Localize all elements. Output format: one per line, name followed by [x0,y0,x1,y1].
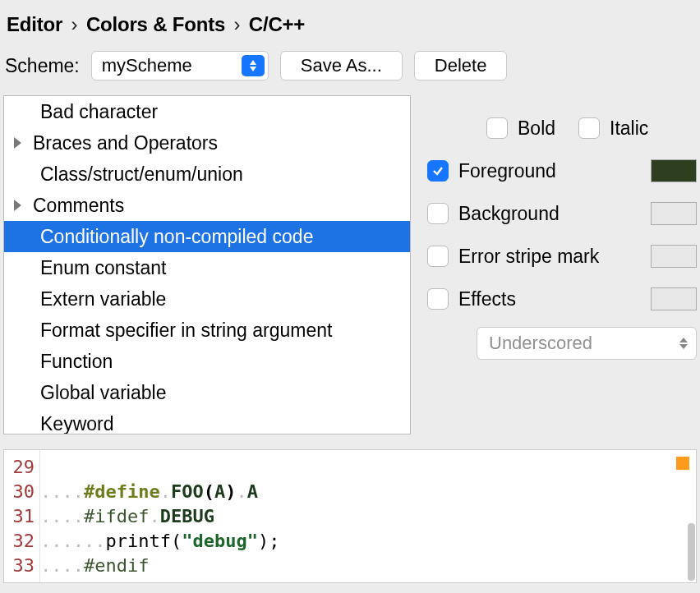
list-item[interactable]: Global variable [4,377,410,408]
updown-icon [679,338,688,349]
effects-checkbox[interactable] [427,288,449,310]
updown-icon [242,55,265,76]
chevron-right-icon: › [234,13,241,35]
line-gutter: 29 30 31 32 33 [4,450,40,582]
background-checkbox[interactable] [427,203,449,224]
list-item[interactable]: Class/struct/enum/union [4,159,410,190]
scheme-row: Scheme: myScheme Save As... Delete [0,51,700,95]
list-item[interactable]: Function [4,346,410,377]
style-options: Bold Italic Foreground Background Error … [427,95,697,434]
list-item[interactable]: Extern variable [4,283,410,315]
code-preview: 29 30 31 32 33 ....#define.FOO(A).A ....… [3,449,697,583]
list-item-selected[interactable]: Conditionally non-compiled code [4,221,410,252]
italic-checkbox[interactable] [578,117,600,139]
svg-marker-1 [250,67,256,71]
background-swatch[interactable] [651,202,697,225]
list-item[interactable]: Comments [4,190,410,221]
list-item[interactable]: Format specifier in string argument [4,315,410,346]
effects-label: Effects [458,288,641,310]
save-as-button[interactable]: Save As... [280,51,403,80]
list-item[interactable]: Braces and Operators [4,127,410,159]
scheme-label: Scheme: [5,55,80,77]
list-item[interactable]: Enum constant [4,252,410,283]
scheme-select[interactable]: myScheme [91,51,269,80]
error-stripe-checkbox[interactable] [427,246,449,267]
code-body[interactable]: ....#define.FOO(A).A ....#ifdef.DEBUG ..… [40,450,696,582]
disclosure-triangle-icon [14,137,21,149]
disclosure-triangle-icon [14,200,21,211]
background-label: Background [458,203,641,225]
list-item[interactable]: Bad character [4,96,410,127]
error-stripe-swatch[interactable] [651,245,697,268]
breadcrumb-editor: Editor [7,13,62,35]
attributes-list[interactable]: Bad character Braces and Operators Class… [3,95,411,434]
breadcrumb-colors-fonts: Colors & Fonts [86,13,225,35]
foreground-label: Foreground [458,160,641,182]
svg-marker-0 [250,60,256,65]
foreground-swatch[interactable] [651,159,697,182]
error-stripe-label: Error stripe mark [458,246,641,268]
bold-checkbox[interactable] [486,117,508,139]
chevron-right-icon: › [71,13,78,35]
list-item[interactable]: Keyword [4,408,410,434]
breadcrumb: Editor › Colors & Fonts › C/C++ [0,0,700,51]
effects-type-select[interactable]: Underscored [477,327,697,360]
breadcrumb-ccpp: C/C++ [249,13,305,35]
warning-mark-icon [676,457,689,470]
effects-swatch[interactable] [651,287,697,310]
bold-label: Bold [518,117,555,140]
italic-label: Italic [610,117,648,140]
scheme-value: myScheme [102,55,192,76]
delete-button[interactable]: Delete [414,51,508,80]
vertical-scrollbar[interactable] [688,523,695,581]
foreground-checkbox[interactable] [427,160,449,182]
effects-type-value: Underscored [489,333,592,354]
